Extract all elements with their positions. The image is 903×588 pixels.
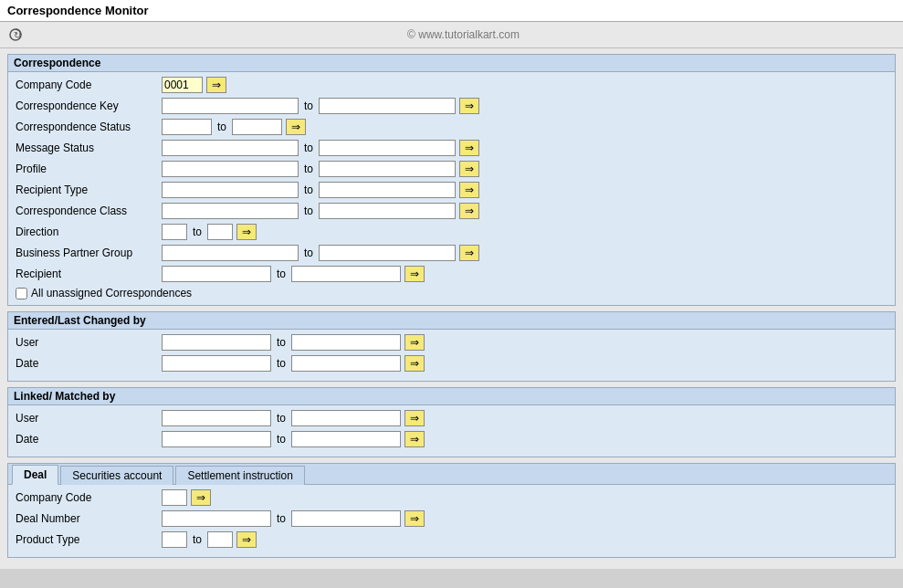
profile-arrow[interactable]: ⇒ xyxy=(459,161,479,177)
to-label-8: to xyxy=(304,247,313,259)
unassigned-checkbox[interactable] xyxy=(16,288,27,299)
linked-section-header: Linked/ Matched by xyxy=(8,388,895,405)
correspondence-key-arrow[interactable]: ⇒ xyxy=(459,98,479,114)
product-type-label: Product Type xyxy=(16,533,162,546)
profile-row: Profile to ⇒ xyxy=(16,160,887,178)
deal-number-arrow[interactable]: ⇒ xyxy=(404,510,425,527)
correspondence-status-label: Correspondence Status xyxy=(16,121,162,133)
correspondence-status-to[interactable] xyxy=(232,119,282,135)
to-label-9: to xyxy=(277,268,286,280)
linked-date-label: Date xyxy=(16,433,162,446)
message-status-to[interactable] xyxy=(319,140,456,156)
linked-user-arrow[interactable]: ⇒ xyxy=(404,410,425,426)
tabs-section: Deal Securities account Settlement instr… xyxy=(7,463,896,558)
correspondence-class-label: Correspondence Class xyxy=(16,205,162,217)
product-type-row: Product Type to ⇒ xyxy=(16,530,887,549)
company-code-input[interactable] xyxy=(162,77,203,93)
recipient-type-row: Recipient Type to ⇒ xyxy=(16,181,887,199)
direction-row: Direction to ⇒ xyxy=(16,223,887,241)
entered-section: Entered/Last Changed by User to ⇒ Date t… xyxy=(7,311,896,382)
entered-user-from[interactable] xyxy=(162,334,271,351)
tab-settlement-instruction[interactable]: Settlement instruction xyxy=(175,466,304,485)
toolbar: ↻ © www.tutorialkart.com xyxy=(0,22,903,48)
entered-user-row: User to ⇒ xyxy=(16,333,887,352)
to-label-7: to xyxy=(193,226,202,238)
correspondence-status-from[interactable] xyxy=(162,119,212,135)
business-partner-group-to[interactable] xyxy=(319,245,456,261)
linked-section-body: User to ⇒ Date to ⇒ xyxy=(8,405,895,457)
title-bar: Correspondence Monitor xyxy=(0,0,903,22)
recipient-to[interactable] xyxy=(291,266,401,282)
entered-date-from[interactable] xyxy=(162,355,271,372)
correspondence-key-to[interactable] xyxy=(319,98,456,114)
profile-to[interactable] xyxy=(319,161,456,177)
to-label-10: to xyxy=(277,336,286,349)
to-label-4: to xyxy=(304,163,313,175)
profile-label: Profile xyxy=(16,163,162,175)
tab-company-code-row: Company Code ⇒ xyxy=(16,488,887,507)
product-type-from[interactable] xyxy=(162,531,187,548)
tab-company-code-arrow[interactable]: ⇒ xyxy=(191,489,211,506)
to-label-6: to xyxy=(304,205,313,217)
linked-date-to[interactable] xyxy=(291,431,401,447)
entered-date-to[interactable] xyxy=(291,355,401,372)
company-code-arrow[interactable]: ⇒ xyxy=(206,77,226,93)
entered-section-header: Entered/Last Changed by xyxy=(8,312,895,330)
linked-user-to[interactable] xyxy=(291,410,401,426)
business-partner-group-row: Business Partner Group to ⇒ xyxy=(16,244,887,262)
to-label-1: to xyxy=(304,100,313,112)
entered-date-row: Date to ⇒ xyxy=(16,354,887,373)
business-partner-group-arrow[interactable]: ⇒ xyxy=(459,245,479,261)
tab-company-code-label: Company Code xyxy=(16,491,162,504)
tabs-bar: Deal Securities account Settlement instr… xyxy=(8,464,895,485)
deal-number-label: Deal Number xyxy=(16,512,162,525)
deal-number-row: Deal Number to ⇒ xyxy=(16,509,887,528)
entered-date-arrow[interactable]: ⇒ xyxy=(404,355,425,372)
direction-to[interactable] xyxy=(207,224,233,240)
correspondence-key-row: Correspondence Key to ⇒ xyxy=(16,97,887,115)
message-status-arrow[interactable]: ⇒ xyxy=(459,140,479,156)
correspondence-class-from[interactable] xyxy=(162,203,299,219)
deal-number-to[interactable] xyxy=(291,510,401,527)
recipient-type-from[interactable] xyxy=(162,182,299,198)
tab-securities-account[interactable]: Securities account xyxy=(60,466,173,485)
recipient-arrow[interactable]: ⇒ xyxy=(404,266,425,282)
entered-section-body: User to ⇒ Date to ⇒ xyxy=(8,330,895,381)
correspondence-section-header: Correspondence xyxy=(8,55,895,72)
linked-date-row: Date to ⇒ xyxy=(16,430,887,448)
company-code-label: Company Code xyxy=(16,79,162,91)
to-label-5: to xyxy=(304,184,313,196)
correspondence-class-to[interactable] xyxy=(319,203,456,219)
tab-company-code-input[interactable] xyxy=(162,489,187,506)
recipient-from[interactable] xyxy=(162,266,271,282)
message-status-from[interactable] xyxy=(162,140,299,156)
recipient-type-arrow[interactable]: ⇒ xyxy=(459,182,479,198)
recipient-type-to[interactable] xyxy=(319,182,456,198)
company-code-row: Company Code ⇒ xyxy=(16,76,887,94)
direction-arrow[interactable]: ⇒ xyxy=(236,224,257,240)
entered-user-to[interactable] xyxy=(291,334,401,351)
entered-user-arrow[interactable]: ⇒ xyxy=(404,334,425,351)
business-partner-group-from[interactable] xyxy=(162,245,299,261)
direction-from[interactable] xyxy=(162,224,187,240)
tab-deal[interactable]: Deal xyxy=(12,465,58,485)
profile-from[interactable] xyxy=(162,161,299,177)
product-type-arrow[interactable]: ⇒ xyxy=(236,531,257,548)
correspondence-section: Correspondence Company Code ⇒ Correspond… xyxy=(7,54,896,306)
tabs-body: Company Code ⇒ Deal Number to ⇒ Product … xyxy=(8,485,895,557)
recipient-label: Recipient xyxy=(16,268,162,280)
linked-date-from[interactable] xyxy=(162,431,271,447)
linked-date-arrow[interactable]: ⇒ xyxy=(404,431,425,447)
product-type-to[interactable] xyxy=(207,531,233,548)
deal-number-from[interactable] xyxy=(162,510,271,527)
correspondence-class-arrow[interactable]: ⇒ xyxy=(459,203,479,219)
refresh-button[interactable]: ↻ xyxy=(5,25,26,45)
unassigned-checkbox-row: All unassigned Correspondences xyxy=(16,287,887,299)
correspondence-status-arrow[interactable]: ⇒ xyxy=(286,119,306,135)
app-title: Correspondence Monitor xyxy=(7,4,149,17)
correspondence-key-from[interactable] xyxy=(162,98,299,114)
linked-section: Linked/ Matched by User to ⇒ Date to ⇒ xyxy=(7,387,896,457)
recipient-type-label: Recipient Type xyxy=(16,184,162,196)
linked-user-from[interactable] xyxy=(162,410,271,426)
svg-text:↻: ↻ xyxy=(14,30,21,40)
